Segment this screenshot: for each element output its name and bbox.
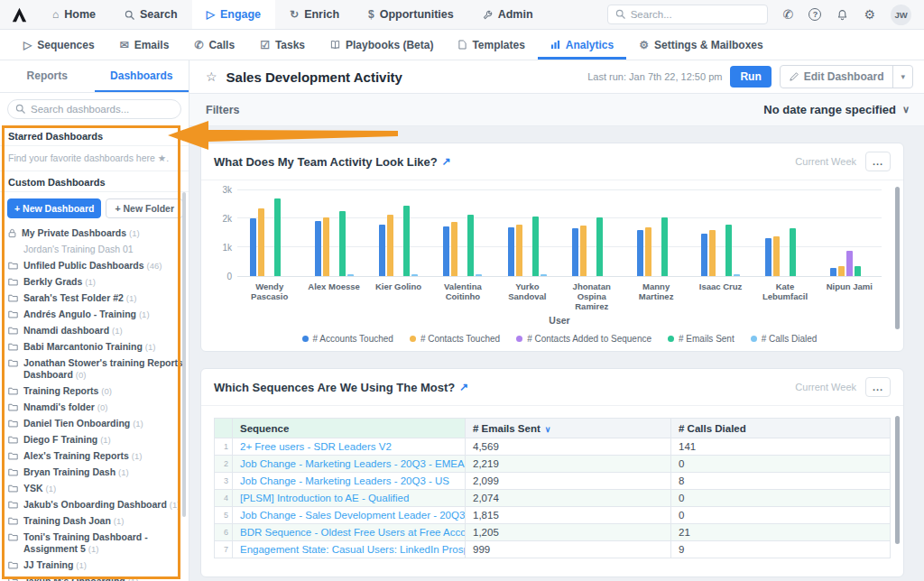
- sequence-link[interactable]: Job Change - Sales Development Leader - …: [233, 507, 466, 524]
- dashboard-search-input[interactable]: [31, 104, 173, 115]
- sidebar-folder-berkly-grads[interactable]: Berkly Grads (1): [8, 273, 183, 290]
- subnav-item-emails[interactable]: ✉Emails: [107, 30, 182, 60]
- topnav-item-engage[interactable]: ▷Engage: [192, 0, 275, 29]
- bar-emails-sent[interactable]: [725, 225, 732, 276]
- topnav-item-search[interactable]: Search: [110, 0, 192, 29]
- run-button[interactable]: Run: [730, 66, 771, 88]
- column-header-calls-dialed[interactable]: # Calls Dialed: [671, 419, 891, 438]
- chart-scrollbar[interactable]: [895, 187, 900, 329]
- sidebar-folder-alex-s-training-reports[interactable]: Alex's Training Reports (1): [8, 447, 183, 464]
- sequence-link[interactable]: [PLSM] Introduction to AE - Qualified: [233, 490, 466, 507]
- sidebar-folder-diego-f-training[interactable]: Diego F Training (1): [8, 431, 183, 447]
- bar-emails-sent[interactable]: [661, 217, 668, 276]
- subnav-item-tasks[interactable]: ☑Tasks: [247, 30, 318, 60]
- bar-emails-sent[interactable]: [596, 217, 603, 276]
- subnav-item-templates[interactable]: Templates: [446, 30, 537, 60]
- bar-accounts-touched[interactable]: [572, 228, 578, 276]
- sequence-link[interactable]: Engagement State: Casual Users: LinkedIn…: [233, 541, 466, 558]
- sidebar-tab-reports[interactable]: Reports: [0, 60, 95, 92]
- sidebar-folder-training-dash-joan[interactable]: Training Dash Joan (1): [8, 512, 183, 529]
- sidebar-folder-training-reports[interactable]: Training Reports (0): [8, 383, 183, 399]
- bar-emails-sent[interactable]: [855, 266, 861, 276]
- sidebar-tab-dashboards[interactable]: Dashboards: [95, 60, 189, 92]
- bar-accounts-touched[interactable]: [765, 238, 772, 276]
- bar-emails-sent[interactable]: [467, 215, 474, 276]
- bar-emails-sent[interactable]: [339, 211, 346, 276]
- bar-contacts-touched[interactable]: [645, 227, 651, 276]
- bar-contacts-touched[interactable]: [773, 236, 780, 276]
- bar-emails-sent[interactable]: [790, 228, 796, 276]
- phone-icon[interactable]: ✆: [783, 8, 794, 21]
- sequence-link[interactable]: 2+ Free users - SDR Leaders V2: [233, 438, 466, 456]
- bar-accounts-touched[interactable]: [830, 268, 836, 276]
- new-folder-button[interactable]: + New Folder: [106, 198, 183, 218]
- apollo-logo-icon[interactable]: [0, 0, 38, 29]
- subnav-item-analytics[interactable]: Analytics: [538, 30, 626, 60]
- topnav-item-admin[interactable]: Admin: [468, 0, 548, 29]
- bar-accounts-touched[interactable]: [250, 218, 256, 276]
- bar-contacts-touched[interactable]: [387, 215, 393, 276]
- bar-emails-sent[interactable]: [274, 198, 281, 276]
- sidebar-folder-babi-marcantonio-training[interactable]: Babi Marcantonio Training (1): [8, 338, 183, 355]
- bar-contacts-touched[interactable]: [258, 208, 264, 276]
- card-menu-button[interactable]: ...: [865, 152, 891, 171]
- edit-dashboard-caret-button[interactable]: ▾: [892, 66, 912, 88]
- subnav-item-calls[interactable]: ✆Calls: [181, 30, 247, 60]
- new-dashboard-button[interactable]: + New Dashboard: [7, 198, 101, 218]
- bar-contacts-touched[interactable]: [323, 217, 329, 276]
- topnav-item-home[interactable]: ⌂Home: [38, 0, 110, 29]
- sidebar-folder-my-private-dashboards[interactable]: My Private Dashboards (1): [8, 225, 183, 241]
- bar-contacts-touched[interactable]: [451, 222, 457, 276]
- global-search-input[interactable]: [631, 9, 760, 20]
- gear-icon[interactable]: ⚙: [864, 8, 875, 21]
- edit-dashboard-button[interactable]: Edit Dashboard: [781, 66, 893, 88]
- sidebar-folder-sarah-s-test-folder-2[interactable]: Sarah's Test Folder #2 (1): [8, 290, 183, 306]
- sidebar-folder-nnamdi-dashboard[interactable]: Nnamdi dashboard (1): [8, 322, 183, 338]
- external-link-icon[interactable]: ↗: [442, 155, 451, 168]
- legend-item-calls-dialed[interactable]: # Calls Dialed: [751, 334, 818, 344]
- bar-accounts-touched[interactable]: [508, 227, 514, 276]
- bar-accounts-touched[interactable]: [379, 225, 385, 276]
- sequence-link[interactable]: BDR Sequence - Oldest Free Users at Free…: [233, 524, 466, 541]
- bar-calls-dialed[interactable]: [734, 274, 740, 276]
- bar-accounts-touched[interactable]: [637, 230, 643, 276]
- bar-contacts-touched[interactable]: [838, 266, 845, 276]
- card-menu-button[interactable]: ...: [865, 377, 891, 397]
- sidebar-folder-jj-training[interactable]: JJ Training (1): [8, 557, 183, 573]
- global-search[interactable]: [607, 5, 768, 24]
- bar-contacts-touched[interactable]: [709, 230, 716, 276]
- bar-emails-sent[interactable]: [403, 206, 410, 276]
- column-header-sequence[interactable]: Sequence: [233, 419, 466, 438]
- bar-accounts-touched[interactable]: [315, 221, 321, 276]
- bar-emails-sent[interactable]: [532, 217, 539, 276]
- legend-item-contacts-touched[interactable]: # Contacts Touched: [410, 334, 500, 344]
- sidebar-folder-toni-s-training-dashboard-assignment-5[interactable]: Toni's Training Dashboard - Assignment 5…: [8, 529, 183, 557]
- sidebar-folder-ysk[interactable]: YSK (1): [8, 480, 183, 496]
- sidebar-folder-daniel-tien-onboarding[interactable]: Daniel Tien Onboarding (1): [8, 415, 183, 431]
- topnav-item-enrich[interactable]: ↻Enrich: [275, 0, 354, 29]
- user-avatar[interactable]: JW: [891, 5, 911, 25]
- bar-accounts-touched[interactable]: [701, 234, 707, 276]
- bar-contacts-touched[interactable]: [580, 226, 587, 276]
- bar-accounts-touched[interactable]: [443, 226, 449, 276]
- sidebar-folder-nnamdi-s-folder[interactable]: Nnamdi's folder (0): [8, 399, 183, 415]
- subnav-item-playbooks-beta[interactable]: Playbooks (Beta): [318, 30, 446, 60]
- bar-calls-dialed[interactable]: [476, 274, 482, 276]
- dashboard-search[interactable]: [7, 99, 181, 119]
- sidebar-folder-bryan-training-dash[interactable]: Bryan Training Dash (1): [8, 464, 183, 480]
- topnav-item-opportunities[interactable]: $Opportunities: [354, 0, 468, 29]
- sidebar-folder-unfiled-public-dashboards[interactable]: Unfiled Public Dashboards (46): [8, 257, 183, 273]
- column-header-emails-sent[interactable]: # Emails Sent∨: [466, 419, 671, 438]
- bar-calls-dialed[interactable]: [347, 274, 354, 276]
- bell-icon[interactable]: [836, 9, 848, 21]
- sidebar-scrollbar[interactable]: [182, 192, 186, 517]
- bar-contacts-touched[interactable]: [516, 225, 522, 276]
- subnav-item-settings-mailboxes[interactable]: ⚙Settings & Mailboxes: [626, 30, 775, 60]
- sidebar-folder-jakub-s-onboarding-dashboard[interactable]: Jakub's Onboarding Dashboard (1): [8, 496, 183, 512]
- sidebar-folder-jordan-s-training-dash-01[interactable]: Jordan's Training Dash 01: [8, 241, 183, 257]
- bar-contacts-added-to-sequence[interactable]: [846, 251, 853, 276]
- legend-item-contacts-added-to-sequence[interactable]: # Contacts Added to Sequence: [516, 334, 651, 344]
- bar-calls-dialed[interactable]: [411, 274, 418, 276]
- sidebar-folder-jonathan-stower-s-training-reports-dashboard[interactable]: Jonathan Stower's training Reports Dashb…: [8, 355, 183, 383]
- legend-item-emails-sent[interactable]: # Emails Sent: [668, 334, 735, 344]
